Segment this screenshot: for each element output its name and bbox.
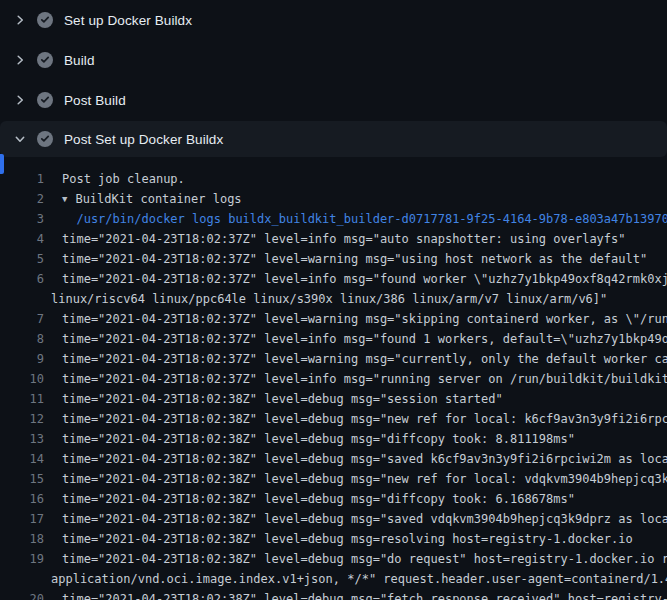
log-line-text: time="2021-04-23T18:02:37Z" level=warnin… — [44, 249, 647, 269]
log-group-label: BuildKit container logs — [75, 192, 241, 206]
log-command-text: /usr/bin/docker logs buildx_buildkit_bui… — [44, 209, 667, 229]
check-circle-icon — [37, 131, 53, 147]
log-line-number[interactable]: 19 — [0, 549, 44, 569]
log-line-text: time="2021-04-23T18:02:37Z" level=warnin… — [44, 309, 667, 329]
step-label: Set up Docker Buildx — [64, 13, 192, 28]
log-line-text: time="2021-04-23T18:02:37Z" level=info m… — [44, 229, 626, 249]
log-line-text: time="2021-04-23T18:02:38Z" level=debug … — [44, 469, 667, 489]
log-line-text: time="2021-04-23T18:02:37Z" level=info m… — [44, 269, 667, 289]
log-line-text: linux/riscv64 linux/ppc64le linux/s390x … — [44, 289, 607, 309]
step-label: Post Build — [64, 93, 126, 108]
log-line-number — [0, 569, 44, 589]
log-line-text: time="2021-04-23T18:02:38Z" level=debug … — [44, 549, 667, 569]
log-line-number — [0, 289, 44, 309]
log-line: 18 time="2021-04-23T18:02:38Z" level=deb… — [0, 529, 667, 549]
log-line-number[interactable]: 13 — [0, 429, 44, 449]
log-line-text: time="2021-04-23T18:02:38Z" level=debug … — [44, 489, 575, 509]
chevron-down-icon — [14, 133, 26, 145]
log-line-text: time="2021-04-23T18:02:38Z" level=debug … — [44, 429, 575, 449]
blue-edge-marker — [0, 154, 4, 174]
log-line-continuation: application/vnd.oci.image.index.v1+json,… — [0, 569, 667, 589]
log-line: 14 time="2021-04-23T18:02:38Z" level=deb… — [0, 449, 667, 469]
chevron-right-icon — [14, 54, 26, 66]
log-line: 11 time="2021-04-23T18:02:38Z" level=deb… — [0, 389, 667, 409]
log-line-text: application/vnd.oci.image.index.v1+json,… — [44, 569, 667, 589]
step-label: Build — [64, 53, 95, 68]
check-circle-icon — [37, 52, 53, 68]
log-line: 13 time="2021-04-23T18:02:38Z" level=deb… — [0, 429, 667, 449]
log-line-number[interactable]: 20 — [0, 589, 44, 600]
log-line-number[interactable]: 8 — [0, 329, 44, 349]
log-viewer: 1 Post job cleanup. 2 ▼BuildKit containe… — [0, 157, 667, 600]
log-line-text: time="2021-04-23T18:02:37Z" level=warnin… — [44, 349, 667, 369]
log-line-number[interactable]: 9 — [0, 349, 44, 369]
log-group-toggle[interactable]: ▼BuildKit container logs — [44, 189, 242, 209]
log-line-number[interactable]: 4 — [0, 229, 44, 249]
log-line-number[interactable]: 1 — [0, 169, 44, 189]
log-line: 15 time="2021-04-23T18:02:38Z" level=deb… — [0, 469, 667, 489]
log-line: 2 ▼BuildKit container logs — [0, 189, 667, 209]
step-post-build[interactable]: Post Build — [0, 80, 667, 120]
log-line-text: time="2021-04-23T18:02:38Z" level=debug … — [44, 409, 667, 429]
log-line-text: time="2021-04-23T18:02:38Z" level=debug … — [44, 589, 667, 600]
log-line: 4 time="2021-04-23T18:02:37Z" level=info… — [0, 229, 667, 249]
log-line-text: time="2021-04-23T18:02:38Z" level=debug … — [44, 449, 667, 469]
step-post-set-up-docker-buildx[interactable]: Post Set up Docker Buildx — [0, 121, 667, 157]
log-line: 17 time="2021-04-23T18:02:38Z" level=deb… — [0, 509, 667, 529]
check-circle-icon — [37, 12, 53, 28]
log-line-text: Post job cleanup. — [44, 169, 185, 189]
step-label: Post Set up Docker Buildx — [64, 132, 223, 147]
log-line-text: time="2021-04-23T18:02:37Z" level=info m… — [44, 369, 667, 389]
log-line-number[interactable]: 11 — [0, 389, 44, 409]
log-line-number[interactable]: 17 — [0, 509, 44, 529]
chevron-right-icon — [14, 14, 26, 26]
log-line-text: time="2021-04-23T18:02:37Z" level=info m… — [44, 329, 667, 349]
log-line: 5 time="2021-04-23T18:02:37Z" level=warn… — [0, 249, 667, 269]
log-line: 10 time="2021-04-23T18:02:37Z" level=inf… — [0, 369, 667, 389]
log-line: 12 time="2021-04-23T18:02:38Z" level=deb… — [0, 409, 667, 429]
chevron-right-icon — [14, 94, 26, 106]
log-line-number[interactable]: 3 — [0, 209, 44, 229]
log-line-number[interactable]: 14 — [0, 449, 44, 469]
log-line: 20 time="2021-04-23T18:02:38Z" level=deb… — [0, 589, 667, 600]
log-line: 1 Post job cleanup. — [0, 169, 667, 189]
log-line-number[interactable]: 6 — [0, 269, 44, 289]
log-line: 7 time="2021-04-23T18:02:37Z" level=warn… — [0, 309, 667, 329]
expand-triangle-icon: ▼ — [62, 189, 67, 209]
log-line-number[interactable]: 10 — [0, 369, 44, 389]
log-line-text: time="2021-04-23T18:02:38Z" level=debug … — [44, 389, 503, 409]
check-circle-icon — [37, 92, 53, 108]
log-line-continuation: linux/riscv64 linux/ppc64le linux/s390x … — [0, 289, 667, 309]
log-line-number[interactable]: 2 — [0, 189, 44, 209]
log-line: 16 time="2021-04-23T18:02:38Z" level=deb… — [0, 489, 667, 509]
log-line: 3 /usr/bin/docker logs buildx_buildkit_b… — [0, 209, 667, 229]
log-line: 9 time="2021-04-23T18:02:37Z" level=warn… — [0, 349, 667, 369]
steps-list: Set up Docker Buildx Build Post Build Po… — [0, 0, 667, 157]
step-build[interactable]: Build — [0, 40, 667, 80]
step-set-up-docker-buildx[interactable]: Set up Docker Buildx — [0, 0, 667, 40]
log-line-number[interactable]: 15 — [0, 469, 44, 489]
log-line-number[interactable]: 12 — [0, 409, 44, 429]
log-line: 8 time="2021-04-23T18:02:37Z" level=info… — [0, 329, 667, 349]
log-line-number[interactable]: 7 — [0, 309, 44, 329]
log-line: 19 time="2021-04-23T18:02:38Z" level=deb… — [0, 549, 667, 569]
log-line-text: time="2021-04-23T18:02:38Z" level=debug … — [44, 529, 633, 549]
log-line-text: time="2021-04-23T18:02:38Z" level=debug … — [44, 509, 667, 529]
log-line: 6 time="2021-04-23T18:02:37Z" level=info… — [0, 269, 667, 289]
log-line-number[interactable]: 5 — [0, 249, 44, 269]
log-line-number[interactable]: 16 — [0, 489, 44, 509]
log-line-number[interactable]: 18 — [0, 529, 44, 549]
